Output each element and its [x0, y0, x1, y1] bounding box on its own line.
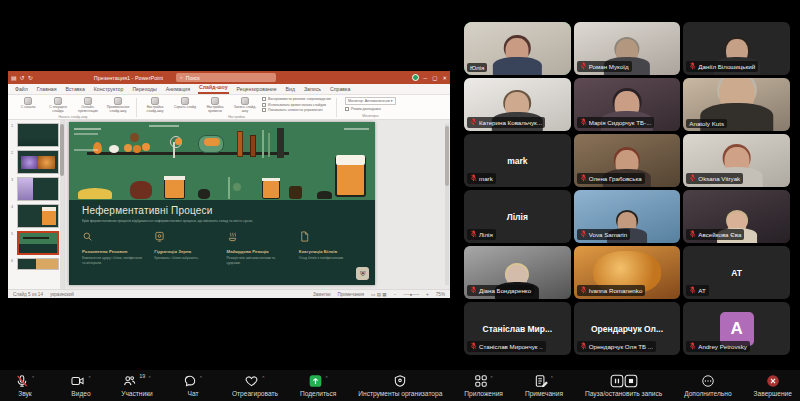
- ribbon-checkbox[interactable]: Использовать время показа слайдов: [262, 103, 331, 107]
- ribbon-button[interactable]: С начала: [15, 97, 41, 110]
- ribbon-button[interactable]: Произвольное слайд-шоу: [105, 97, 131, 114]
- toolbar-share-button[interactable]: ⌃Поделиться: [300, 374, 336, 397]
- participant-tile[interactable]: Марія Сидорчук ТБ-...: [574, 78, 681, 131]
- participant-tile[interactable]: markmark: [464, 134, 571, 187]
- toolbar-icon-row: 19⌃: [122, 374, 151, 389]
- tab-Анимация[interactable]: Анимация: [165, 85, 191, 94]
- slide-thumbnail[interactable]: [17, 258, 59, 270]
- chevron-up-icon[interactable]: ⌃: [261, 375, 265, 381]
- tab-Конструктор[interactable]: Конструктор: [93, 85, 125, 94]
- toolbar-participants-button[interactable]: 19⌃Участники: [120, 374, 154, 397]
- illustration-shape: [164, 178, 185, 198]
- participant-tile[interactable]: Даніїл Білошицький: [683, 22, 790, 75]
- thumbnail-row: 5: [11, 231, 62, 255]
- ribbon-button[interactable]: Скрыть слайд: [172, 97, 198, 110]
- view-buttons[interactable]: ▭ ▤ ▦: [371, 292, 387, 297]
- illustration-shape: [130, 133, 139, 142]
- tab-Запись[interactable]: Запись: [303, 85, 322, 94]
- toolbar-video-button[interactable]: ⌃Видео: [64, 374, 98, 397]
- mic-muted-icon: [470, 342, 477, 351]
- illustration-shape: [149, 125, 180, 127]
- ribbon-button[interactable]: Онлайн-презентация: [75, 97, 101, 114]
- participant-tile[interactable]: Vova Samarin: [574, 190, 681, 243]
- chevron-up-icon[interactable]: ⌃: [147, 375, 151, 381]
- chevron-up-icon[interactable]: ⌃: [325, 375, 329, 381]
- ribbon-button[interactable]: Настройка слайд-шоу: [142, 97, 168, 114]
- toolbar-notes-button[interactable]: ⌃Примечания: [525, 374, 563, 397]
- powerpoint-workspace: 123456 Неферментативні Процеси Крім ферм…: [8, 120, 450, 289]
- zoom-level[interactable]: 75%: [436, 292, 445, 297]
- participant-tile[interactable]: ЛіліяЛілія: [464, 190, 571, 243]
- tab-Рецензирование[interactable]: Рецензирование: [236, 85, 278, 94]
- ribbon-checkbox[interactable]: Показывать элементы управления: [262, 108, 331, 112]
- participants-gallery: ЮліяРоман МукоїдДаніїл БілошицькийКатери…: [464, 22, 790, 355]
- comments-toggle[interactable]: Примечания: [338, 292, 365, 297]
- participant-tile[interactable]: Oksana Vitryak: [683, 134, 790, 187]
- toolbar-apps-button[interactable]: ⌃Приложения: [464, 374, 503, 397]
- chevron-up-icon[interactable]: ⌃: [87, 375, 91, 381]
- close-icon[interactable]: ✕: [442, 75, 447, 81]
- slide-thumbnail[interactable]: [17, 231, 59, 255]
- toolbar-record-button[interactable]: Пауза/остановить запись: [585, 374, 662, 397]
- slide-thumbnail[interactable]: [17, 150, 59, 174]
- participant-tile[interactable]: Anatoly Kuts: [683, 78, 790, 131]
- chevron-up-icon[interactable]: ⌃: [550, 375, 554, 381]
- tab-Вид[interactable]: Вид: [285, 85, 296, 94]
- participant-tile[interactable]: Ivanna Romanenko: [574, 246, 681, 299]
- presenter-mode-checkbox[interactable]: Режим докладчика: [345, 107, 396, 111]
- checkbox-icon: [345, 107, 349, 111]
- zoom-out-icon[interactable]: −: [394, 292, 397, 297]
- undo-icon[interactable]: ↺: [20, 74, 25, 81]
- ribbon-button-icon: [241, 97, 249, 105]
- language-indicator[interactable]: украинский: [50, 292, 74, 297]
- ribbon-button-label: Настройка времени: [202, 106, 228, 114]
- minimize-icon[interactable]: ─: [423, 75, 427, 81]
- toolbar-end-button[interactable]: Завершение: [754, 374, 792, 397]
- ribbon-button[interactable]: С текущего слайда: [45, 97, 71, 114]
- canvas-scrollbar[interactable]: [445, 124, 449, 285]
- powerpoint-search[interactable]: ⌕ Поиск: [176, 73, 276, 82]
- slide-thumbnail[interactable]: [17, 123, 59, 147]
- thumbnail-row: 3: [11, 177, 62, 201]
- toolbar-chat-button[interactable]: ⌃Чат: [176, 374, 210, 397]
- tab-Переходы[interactable]: Переходы: [131, 85, 157, 94]
- ribbon-button[interactable]: Запись слайд-шоу: [232, 97, 258, 114]
- participant-tile[interactable]: Юлія: [464, 22, 571, 75]
- participant-tile[interactable]: ATAT: [683, 246, 790, 299]
- chevron-up-icon[interactable]: ⌃: [199, 375, 203, 381]
- tab-Главная[interactable]: Главная: [36, 85, 58, 94]
- notes-toggle[interactable]: Заметки: [313, 292, 331, 297]
- participant-tile[interactable]: Авсейкова Єва: [683, 190, 790, 243]
- slide-thumbnail[interactable]: [17, 177, 59, 201]
- ribbon-button[interactable]: Настройка времени: [202, 97, 228, 114]
- save-icon[interactable]: ▤: [11, 74, 17, 81]
- toolbar-audio-button[interactable]: ⌃Звук: [8, 374, 42, 397]
- tab-Слайд-шоу[interactable]: Слайд-шоу: [198, 83, 228, 94]
- slide-thumbnail[interactable]: [17, 204, 59, 228]
- participant-tile[interactable]: Орендарчук Ол...Орендарчук Оля ТБ ...: [574, 302, 681, 355]
- account-avatar[interactable]: [412, 74, 419, 81]
- toolbar-react-button[interactable]: ⌃Отреагировать: [232, 374, 278, 397]
- thumbnail-row: 4: [11, 204, 62, 228]
- redo-icon[interactable]: ↻: [28, 74, 33, 81]
- monitor-dropdown[interactable]: Монитор: Автоматически ▾: [345, 97, 396, 105]
- chevron-up-icon[interactable]: ⌃: [31, 375, 35, 381]
- participant-name-label: Лілія: [467, 229, 496, 240]
- tab-Файл[interactable]: Файл: [14, 85, 29, 94]
- zoom-in-icon[interactable]: +: [426, 292, 429, 297]
- tab-Справка[interactable]: Справка: [329, 85, 351, 94]
- participant-tile[interactable]: AAndrey Petrovsky: [683, 302, 790, 355]
- thumbnail-scrollbar[interactable]: [60, 120, 64, 289]
- participant-tile[interactable]: Роман Мукоїд: [574, 22, 681, 75]
- chevron-up-icon[interactable]: ⌃: [490, 375, 494, 381]
- participant-tile[interactable]: Станіслав Мир...Станіслав Мирончук ..: [464, 302, 571, 355]
- participant-tile[interactable]: Олена Грабовська: [574, 134, 681, 187]
- participant-tile[interactable]: Діана Бондаренко: [464, 246, 571, 299]
- tab-Вставка[interactable]: Вставка: [65, 85, 86, 94]
- ribbon-checkbox[interactable]: Воспроизвести речевое сопровождение: [262, 97, 331, 101]
- participant-tile[interactable]: Катерина Ковальчук...: [464, 78, 571, 131]
- toolbar-host-tools-button[interactable]: Инструменты организатора: [358, 374, 442, 397]
- zoom-slider[interactable]: ──●──: [403, 292, 419, 297]
- toolbar-more-button[interactable]: Дополнительно: [684, 374, 731, 397]
- maximize-icon[interactable]: ▢: [432, 75, 437, 81]
